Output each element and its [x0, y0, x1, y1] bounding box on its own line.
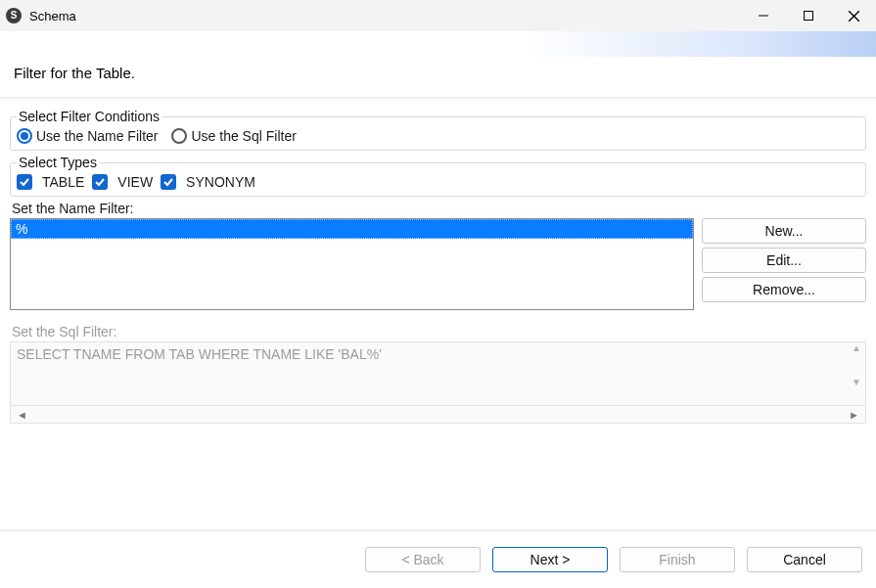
new-button[interactable]: New...: [702, 218, 866, 244]
sql-filter-value: SELECT TNAME FROM TAB WHERE TNAME LIKE '…: [17, 346, 382, 362]
window-title: Schema: [29, 9, 76, 23]
scroll-down-icon: ▼: [850, 377, 863, 387]
select-types-legend: Select Types: [17, 155, 99, 170]
checkbox-synonym[interactable]: [161, 174, 176, 190]
checkbox-table-label[interactable]: TABLE: [42, 174, 84, 190]
radio-name-filter-label[interactable]: Use the Name Filter: [36, 128, 158, 144]
page-heading: Filter for the Table.: [14, 65, 862, 81]
titlebar: S Schema: [0, 0, 876, 31]
checkbox-view[interactable]: [92, 174, 108, 190]
checkbox-view-label[interactable]: VIEW: [117, 174, 153, 190]
checkbox-synonym-label[interactable]: SYNONYM: [186, 174, 255, 190]
content: Select Filter Conditions Use the Name Fi…: [0, 99, 876, 529]
minimize-button[interactable]: [741, 0, 786, 31]
close-button[interactable]: [831, 0, 876, 31]
app-icon: S: [6, 8, 22, 23]
select-types-group: Select Types TABLE VIEW SYNONYM: [10, 155, 866, 197]
radio-name-filter[interactable]: [17, 128, 32, 144]
checkbox-table[interactable]: [17, 174, 32, 190]
filter-conditions-legend: Select Filter Conditions: [17, 109, 161, 124]
finish-button[interactable]: Finish: [620, 547, 735, 572]
filter-conditions-group: Select Filter Conditions Use the Name Fi…: [10, 109, 866, 151]
schema-dialog: S Schema Filter for the Table. Select Fi…: [0, 0, 876, 588]
back-button[interactable]: < Back: [365, 547, 481, 572]
sql-filter-label: Set the Sql Filter:: [12, 324, 866, 339]
wizard-buttons: < Back Next > Finish Cancel: [0, 531, 876, 588]
app-icon-letter: S: [11, 11, 18, 21]
banner-gradient: [0, 31, 876, 57]
svg-rect-1: [805, 12, 813, 21]
radio-sql-filter-label[interactable]: Use the Sql Filter: [191, 128, 296, 144]
scroll-up-icon: ▲: [850, 342, 863, 353]
name-filter-label: Set the Name Filter:: [12, 201, 866, 216]
heading-area: Filter for the Table.: [0, 57, 876, 99]
name-filter-listbox[interactable]: %: [10, 218, 694, 310]
sql-filter-textarea: SELECT TNAME FROM TAB WHERE TNAME LIKE '…: [10, 341, 866, 406]
name-filter-item[interactable]: %: [11, 219, 693, 239]
maximize-button[interactable]: [786, 0, 831, 31]
cancel-button[interactable]: Cancel: [747, 547, 862, 572]
sql-vertical-scrollbar: ▲ ▼: [850, 342, 863, 387]
sql-horizontal-scrollbar: ◄ ►: [10, 406, 866, 424]
remove-button[interactable]: Remove...: [702, 277, 866, 302]
edit-button[interactable]: Edit...: [702, 248, 866, 273]
next-button[interactable]: Next >: [492, 547, 608, 572]
window-controls: [741, 0, 876, 31]
radio-sql-filter[interactable]: [171, 128, 187, 144]
name-filter-buttons: New... Edit... Remove...: [702, 218, 866, 302]
scroll-left-icon: ◄: [17, 409, 27, 421]
scroll-right-icon: ►: [849, 409, 859, 421]
name-filter-row: % New... Edit... Remove...: [10, 218, 866, 310]
